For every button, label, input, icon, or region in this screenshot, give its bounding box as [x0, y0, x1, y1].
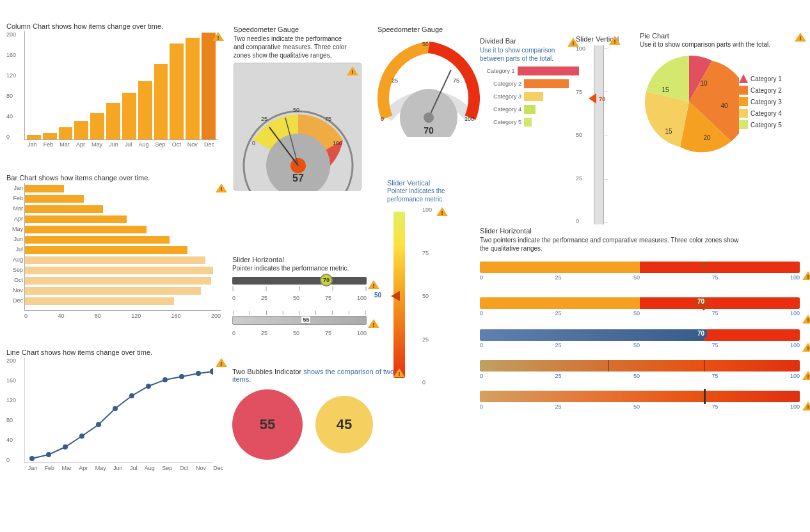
svg-text:!: !: [399, 371, 401, 377]
slider-h-right-2: 70 0255075100 !: [480, 297, 800, 317]
svg-text:40: 40: [720, 102, 728, 109]
col-x-sep: Sep: [155, 141, 166, 148]
col-bar-may: [90, 113, 104, 139]
warning-shl2: !: [368, 318, 379, 330]
slider-vertical-right-section: Slider Vertical ! 100 75 50 25 0 — — — —: [576, 35, 621, 224]
warning-spd-left: !: [347, 66, 358, 77]
divbar-label-cat5: Category 5: [480, 119, 521, 125]
slider-h-left2-section: ! | | | | | | | | | 55: [232, 312, 379, 341]
pie-chart-svg: 10 40 20 15 15: [640, 51, 739, 153]
two-bubbles-title-text: Two Bubbles Indicator: [232, 368, 303, 375]
svg-text:15: 15: [662, 86, 669, 93]
pie-legend-cat2: Category 2: [739, 86, 782, 95]
line-y3: 120: [6, 397, 16, 403]
svg-text:!: !: [614, 38, 616, 45]
col-bar-nov: [186, 38, 200, 139]
warning-svr: !: [609, 35, 621, 47]
svg-text:!: !: [352, 69, 354, 75]
col-bar-mar: [59, 127, 73, 139]
two-bubbles-container: 55 45: [232, 389, 405, 460]
col-x-apr: Apr: [76, 141, 85, 148]
pie-legend-cat3: Category 3: [739, 97, 782, 106]
line-chart-section: Line Chart shows how items change over t…: [6, 348, 227, 485]
bubble-1-value: 55: [260, 416, 275, 433]
col-bar-apr: [74, 121, 88, 139]
col-bar-jul: [122, 93, 136, 139]
svg-text:0: 0: [381, 116, 384, 122]
warning-shr4: !: [802, 370, 810, 382]
slider-h-left1-title: Slider Horizontal: [232, 256, 379, 263]
col-bar-jun: [106, 103, 120, 139]
slider-vertical-center-widget: ! 100 75 50 25 0 50: [393, 207, 432, 386]
slider-h-right-1: 0255075100 !: [480, 262, 800, 281]
speedometer-right-gauge: 0 25 50 75 100 70: [377, 35, 480, 137]
svg-text:10: 10: [700, 80, 708, 87]
svg-text:!: !: [807, 404, 809, 411]
divbar-row-cat2: Category 2: [480, 79, 579, 88]
slider-vertical-center-section: Slider Vertical Pointer indicates theper…: [387, 179, 457, 386]
pie-legend-cat4-color: [739, 109, 748, 118]
svg-text:!: !: [807, 373, 809, 380]
bar-chart-section: Bar Chart shows how items change over ti…: [6, 174, 227, 333]
svg-text:!: !: [807, 317, 809, 324]
svg-point-16: [196, 371, 201, 376]
pie-legend-cat2-label: Category 2: [750, 87, 782, 94]
svg-text:!: !: [373, 283, 375, 289]
divbar-fill-cat5: [524, 118, 532, 127]
divbar-label-cat1: Category 1: [480, 68, 515, 74]
two-bubbles-section: Two Bubbles Indicator shows the comparis…: [232, 368, 405, 460]
slider-h-right-5: 70 0255075100 !: [480, 391, 800, 410]
divbar-label-cat4: Category 4: [480, 106, 521, 113]
col-bar-dec: [202, 33, 216, 139]
pie-chart-title: Pie Chart: [640, 32, 806, 40]
col-x-may: May: [91, 141, 102, 148]
bubble-2-value: 45: [337, 416, 352, 433]
warning-shr2: !: [802, 314, 810, 325]
pie-legend-cat5-color: [739, 120, 748, 129]
col-x-aug: Aug: [138, 141, 148, 148]
svg-point-7: [46, 452, 51, 457]
warning-shl1: !: [368, 279, 379, 291]
svg-point-17: [210, 368, 213, 375]
line-y5: 200: [6, 357, 16, 364]
svg-point-13: [146, 384, 151, 389]
svg-marker-63: [739, 74, 748, 83]
pie-legend-cat1-label: Category 1: [750, 75, 782, 82]
svg-point-35: [424, 113, 434, 123]
col-x-feb: Feb: [44, 141, 54, 148]
divbar-row-cat3: Category 3: [480, 92, 579, 101]
col-x-oct: Oct: [172, 141, 181, 148]
col-bar-oct: [170, 43, 184, 139]
svg-text:!: !: [218, 35, 219, 41]
slider-h-left1-desc: Pointer indicates the performance metric…: [232, 265, 379, 272]
svg-text:25: 25: [392, 77, 398, 84]
slider-h-right-title: Slider Horizontal: [480, 227, 800, 235]
speedometer-right-svg: 0 25 50 75 100 70: [377, 35, 480, 137]
col-x-mar: Mar: [60, 141, 70, 148]
line-chart-title: Line Chart shows how items change over t…: [6, 348, 227, 356]
divbar-row-cat1: Category 1: [480, 66, 579, 75]
svg-text:57: 57: [292, 173, 304, 184]
slider-h-left1-widget: ! ||||| 70 0255075100: [232, 277, 379, 302]
pie-chart-desc: Use it to show comparison parts with the…: [640, 41, 806, 48]
svg-point-15: [179, 374, 184, 379]
svg-text:!: !: [807, 345, 809, 352]
svg-text:15: 15: [665, 128, 672, 135]
warning-col: !: [212, 31, 224, 43]
slider-h-right-4: 70 0255075100 !: [480, 360, 800, 379]
pie-legend-cat3-color: [739, 97, 748, 106]
slider-h-left1-section: Slider Horizontal Pointer indicates the …: [232, 256, 379, 302]
svg-text:50: 50: [422, 41, 429, 47]
warning-shr5: !: [802, 401, 810, 412]
svg-text:70: 70: [424, 125, 434, 136]
slider-vertical-center-desc: Pointer indicates theperformance metric.: [387, 187, 457, 203]
pie-legend-cat5: Category 5: [739, 120, 782, 129]
svg-text:!: !: [221, 186, 223, 192]
pie-chart-section: Pie Chart Use it to show comparison part…: [640, 32, 806, 153]
slider-vertical-right-widget: 100 75 50 25 0 — — — — —: [576, 45, 608, 224]
col-y5: 200: [6, 31, 16, 38]
two-bubbles-title: Two Bubbles Indicator shows the comparis…: [232, 368, 405, 383]
col-x-jan: Jan: [28, 141, 37, 148]
col-y2: 80: [6, 93, 16, 99]
svg-text:50: 50: [293, 107, 299, 113]
